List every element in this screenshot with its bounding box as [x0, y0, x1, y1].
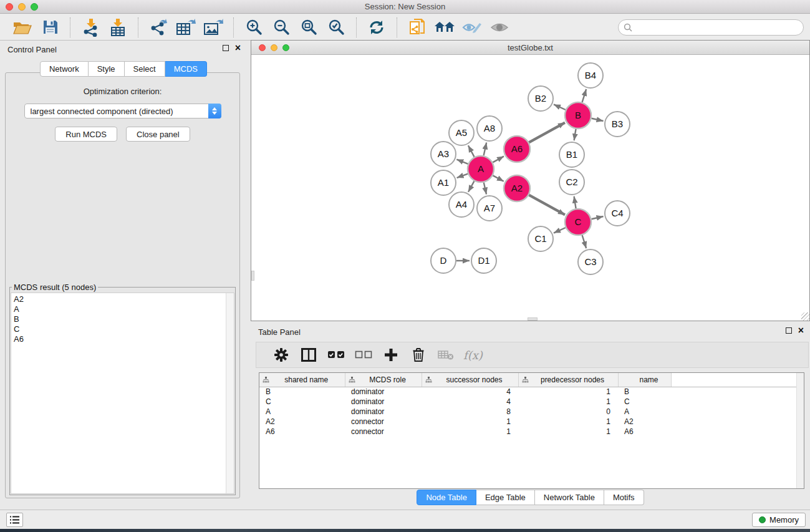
graph-node-A3[interactable]: A3 — [431, 142, 456, 167]
mcds-result-item[interactable]: A2 — [14, 294, 234, 304]
criterion-dropdown[interactable]: largest connected component (directed) — [24, 104, 221, 118]
export-image-icon[interactable] — [203, 17, 224, 38]
graph-node-D[interactable]: D — [431, 248, 456, 273]
table-cell[interactable]: C — [259, 397, 345, 407]
column-header-shared-name[interactable]: shared name — [259, 373, 345, 387]
graph-edge-C-C3[interactable] — [582, 235, 587, 248]
new-network-from-selection-icon[interactable] — [407, 17, 428, 38]
graph-edge-B-B1[interactable] — [574, 129, 576, 141]
tab-network-table[interactable]: Network Table — [535, 490, 604, 505]
float-panel-icon[interactable] — [223, 45, 229, 51]
run-mcds-button[interactable]: Run MCDS — [55, 127, 117, 142]
table-cell[interactable]: A6 — [618, 427, 671, 437]
table-cell[interactable]: A — [259, 407, 345, 417]
graph-edge-A6-B[interactable] — [529, 123, 565, 143]
trash-icon[interactable] — [409, 346, 428, 364]
table-row[interactable]: Cdominator41C — [259, 397, 802, 407]
table-row[interactable]: Bdominator41B — [259, 387, 802, 397]
table-cell[interactable]: 8 — [422, 407, 518, 417]
table-row[interactable]: A6connector11A6 — [259, 427, 802, 437]
table-cell[interactable]: connector — [345, 427, 422, 437]
table-cell[interactable]: 1 — [518, 397, 618, 407]
show-all-icon[interactable] — [489, 17, 510, 38]
close-table-panel-icon[interactable]: × — [798, 327, 804, 334]
mcds-result-item[interactable]: A6 — [14, 334, 234, 344]
graph-edge-A-A8[interactable] — [484, 142, 487, 155]
graph-node-A1[interactable]: A1 — [431, 170, 456, 195]
save-session-icon[interactable] — [39, 17, 60, 38]
function-builder-icon[interactable]: f(x) — [463, 349, 483, 362]
deselect-all-icon[interactable] — [354, 346, 373, 364]
export-table-icon[interactable] — [175, 17, 196, 38]
table-cell[interactable]: 1 — [518, 427, 618, 437]
tab-motifs[interactable]: Motifs — [604, 490, 644, 505]
network-minimize-button[interactable] — [271, 44, 277, 51]
graph-node-D1[interactable]: D1 — [471, 248, 496, 273]
open-session-icon[interactable] — [12, 17, 33, 38]
graph-edge-A-A3[interactable] — [456, 160, 468, 164]
graph-node-C3[interactable]: C3 — [578, 249, 603, 274]
table-cell[interactable]: 1 — [518, 387, 618, 397]
zoom-selected-icon[interactable] — [325, 17, 347, 38]
zoom-fit-icon[interactable] — [298, 17, 319, 38]
graph-edge-A-A1[interactable] — [457, 174, 468, 178]
column-header-predecessor-nodes[interactable]: predecessor nodes — [518, 373, 618, 387]
graph-node-B3[interactable]: B3 — [605, 112, 630, 137]
maximize-window-button[interactable] — [31, 3, 38, 11]
network-maximize-button[interactable] — [282, 44, 289, 51]
network-canvas[interactable]: B4B2BB3B1A5A8A6A3AA1A2C2A4A7C4CC1C3DD1 — [251, 56, 809, 321]
tab-mcds[interactable]: MCDS — [165, 61, 207, 77]
import-table-icon[interactable] — [107, 17, 128, 38]
table-row[interactable]: Adominator80A — [259, 407, 802, 417]
graph-node-B[interactable]: B — [565, 102, 591, 128]
graph-edge-B-B3[interactable] — [591, 118, 603, 121]
select-all-icon[interactable] — [327, 346, 345, 364]
task-history-button[interactable] — [6, 513, 23, 527]
graph-node-B2[interactable]: B2 — [528, 86, 553, 111]
first-neighbors-icon[interactable] — [434, 17, 455, 38]
graph-node-C1[interactable]: C1 — [528, 226, 553, 251]
tab-edge-table[interactable]: Edge Table — [476, 490, 535, 505]
column-header-name[interactable]: name — [618, 373, 671, 387]
export-network-icon[interactable] — [148, 17, 169, 38]
table-cell[interactable]: A6 — [259, 427, 345, 437]
hide-selected-icon[interactable] — [461, 17, 483, 38]
graph-edge-A2-C[interactable] — [529, 195, 565, 215]
graph-edge-A-A6[interactable] — [493, 157, 504, 163]
table-cell[interactable]: dominator — [345, 407, 422, 417]
tab-node-table[interactable]: Node Table — [417, 490, 476, 505]
table-cell[interactable]: 0 — [518, 407, 618, 417]
search-input[interactable] — [618, 19, 804, 36]
split-columns-icon[interactable] — [299, 346, 318, 364]
table-cell[interactable]: 1 — [518, 417, 618, 427]
close-panel-button[interactable]: Close panel — [126, 127, 190, 142]
zoom-in-icon[interactable] — [243, 17, 264, 38]
gear-icon[interactable] — [272, 346, 291, 364]
graph-edge-A-A4[interactable] — [468, 181, 475, 191]
graph-node-A2[interactable]: A2 — [504, 175, 530, 201]
network-close-button[interactable] — [259, 44, 266, 51]
graph-node-C4[interactable]: C4 — [605, 201, 630, 226]
memory-button[interactable]: Memory — [752, 513, 806, 527]
table-cell[interactable]: A2 — [259, 417, 345, 427]
tab-network[interactable]: Network — [40, 61, 89, 77]
table-cell[interactable]: B — [618, 387, 671, 397]
graph-edge-A-A2[interactable] — [493, 175, 503, 181]
graph-node-A6[interactable]: A6 — [504, 136, 530, 162]
table-cell[interactable]: 4 — [422, 387, 518, 397]
import-network-icon[interactable] — [80, 17, 101, 38]
graph-node-B1[interactable]: B1 — [559, 142, 584, 167]
graph-node-A[interactable]: A — [468, 156, 494, 182]
table-cell[interactable]: C — [618, 397, 671, 407]
network-horizontal-scroll-thumb[interactable] — [528, 317, 538, 321]
minimize-window-button[interactable] — [18, 3, 26, 11]
table-cell[interactable]: connector — [345, 417, 422, 427]
float-table-panel-icon[interactable] — [786, 327, 792, 334]
mcds-result-item[interactable]: A — [14, 304, 234, 314]
graph-edge-C-C4[interactable] — [591, 216, 603, 219]
graph-edge-B-B4[interactable] — [582, 89, 587, 102]
add-icon[interactable] — [382, 346, 400, 364]
graph-node-C2[interactable]: C2 — [559, 170, 584, 195]
table-cell[interactable]: 4 — [422, 397, 518, 407]
graph-edge-C-C2[interactable] — [574, 196, 576, 209]
